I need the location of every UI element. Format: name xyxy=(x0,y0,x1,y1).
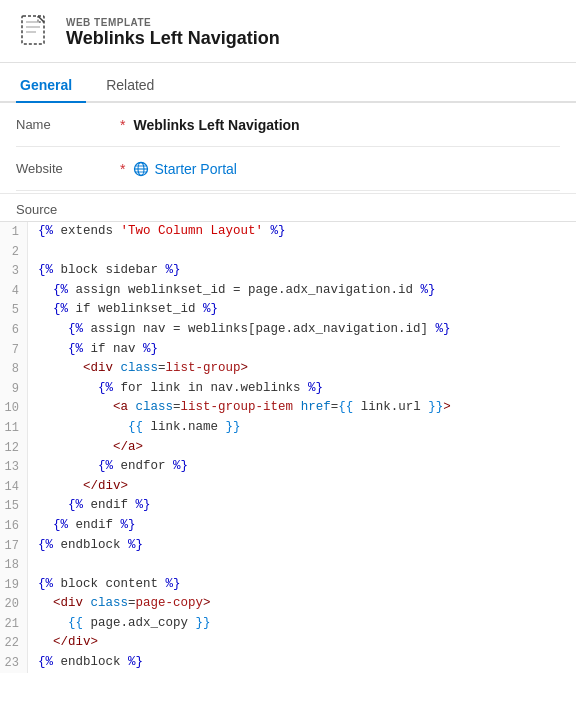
code-line-1: 1 {% extends 'Two Column Layout' %} xyxy=(0,222,576,242)
globe-icon xyxy=(133,161,149,177)
code-line-4: 4 {% assign weblinkset_id = page.adx_nav… xyxy=(0,281,576,301)
code-line-16: 16 {% endif %} xyxy=(0,516,576,536)
header-text: WEB TEMPLATE Weblinks Left Navigation xyxy=(66,17,280,49)
code-line-23: 23 {% endblock %} xyxy=(0,653,576,673)
web-template-icon xyxy=(16,14,54,52)
website-required: * xyxy=(120,161,125,177)
code-line-22: 22 </div> xyxy=(0,633,576,653)
code-line-2: 2 xyxy=(0,242,576,262)
code-line-19: 19 {% block content %} xyxy=(0,575,576,595)
website-row: Website * Starter Portal xyxy=(16,147,560,191)
code-line-5: 5 {% if weblinkset_id %} xyxy=(0,300,576,320)
name-row: Name * Weblinks Left Navigation xyxy=(16,103,560,147)
code-editor: 1 {% extends 'Two Column Layout' %} 2 3 … xyxy=(0,221,576,673)
svg-rect-2 xyxy=(26,26,40,28)
svg-rect-3 xyxy=(26,31,36,33)
code-line-18: 18 xyxy=(0,555,576,575)
name-label: Name xyxy=(16,117,116,132)
website-link-text: Starter Portal xyxy=(154,161,236,177)
code-line-13: 13 {% endfor %} xyxy=(0,457,576,477)
code-line-14: 14 </div> xyxy=(0,477,576,497)
website-label: Website xyxy=(16,161,116,176)
code-line-11: 11 {{ link.name }} xyxy=(0,418,576,438)
tab-general[interactable]: General xyxy=(16,67,86,103)
website-link[interactable]: Starter Portal xyxy=(133,161,236,177)
name-value: Weblinks Left Navigation xyxy=(133,117,299,133)
code-line-10: 10 <a class=list-group-item href={{ link… xyxy=(0,398,576,418)
header-subtitle: WEB TEMPLATE xyxy=(66,17,280,28)
code-line-6: 6 {% assign nav = weblinks[page.adx_navi… xyxy=(0,320,576,340)
tab-related[interactable]: Related xyxy=(102,67,168,103)
code-line-12: 12 </a> xyxy=(0,438,576,458)
tab-bar: General Related xyxy=(0,67,576,103)
code-line-17: 17 {% endblock %} xyxy=(0,536,576,556)
code-line-7: 7 {% if nav %} xyxy=(0,340,576,360)
page-header: WEB TEMPLATE Weblinks Left Navigation xyxy=(0,0,576,63)
code-line-3: 3 {% block sidebar %} xyxy=(0,261,576,281)
svg-rect-0 xyxy=(22,16,44,44)
code-line-20: 20 <div class=page-copy> xyxy=(0,594,576,614)
name-required: * xyxy=(120,117,125,133)
source-label: Source xyxy=(0,193,576,217)
form-section: Name * Weblinks Left Navigation Website … xyxy=(0,103,576,191)
code-line-9: 9 {% for link in nav.weblinks %} xyxy=(0,379,576,399)
header-title: Weblinks Left Navigation xyxy=(66,28,280,49)
code-line-15: 15 {% endif %} xyxy=(0,496,576,516)
code-line-8: 8 <div class=list-group> xyxy=(0,359,576,379)
code-line-21: 21 {{ page.adx_copy }} xyxy=(0,614,576,634)
